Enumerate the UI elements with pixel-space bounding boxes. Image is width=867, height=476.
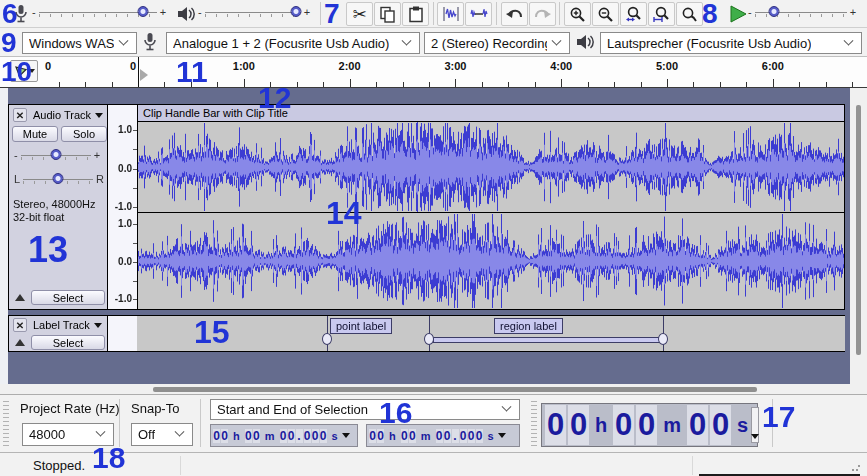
snap-to-select[interactable]: Off: [131, 423, 193, 446]
vertical-scrollbar[interactable]: [850, 88, 867, 394]
ruler-minute-label: 4:00: [550, 60, 572, 72]
timeline-ruler[interactable]: 0 1:002:003:004:005:006:000: [0, 57, 867, 88]
slider-minus-label: -: [32, 6, 36, 18]
project-rate-label: Project Rate (Hz): [20, 401, 120, 416]
toolbar-grip[interactable]: [531, 401, 537, 447]
clip-handle-bar[interactable]: Clip Handle Bar with Clip Title: [138, 105, 844, 122]
recording-volume-slider[interactable]: - +: [32, 4, 174, 20]
fit-project-button[interactable]: [648, 2, 675, 26]
paste-button[interactable]: [402, 2, 429, 26]
status-bar: Stopped.: [0, 452, 867, 476]
label-track-title-menu[interactable]: Label Track: [33, 319, 102, 331]
solo-button[interactable]: Solo: [61, 126, 107, 142]
zoom-toggle-button[interactable]: [676, 2, 703, 26]
copy-button[interactable]: [374, 2, 401, 26]
zoom-out-button[interactable]: [592, 2, 619, 26]
collapse-track-button[interactable]: [12, 290, 28, 305]
track-title: Audio Track: [33, 109, 91, 121]
trim-audio-button[interactable]: [437, 2, 464, 26]
slider-minus-label: -: [748, 6, 752, 18]
label-track-spacer: [108, 315, 137, 352]
slider-plus-label: +: [160, 6, 166, 18]
label-track-select-button[interactable]: Select: [31, 335, 105, 350]
callout-17: 17: [762, 402, 795, 432]
collapse-track-button[interactable]: [12, 335, 28, 350]
dropdown-triangle-icon: [94, 323, 102, 328]
pan-slider[interactable]: L R: [14, 171, 104, 187]
fit-selection-button[interactable]: [620, 2, 647, 26]
callout-9: 9: [1, 29, 17, 57]
playback-volume-handle[interactable]: [290, 6, 301, 17]
gain-slider[interactable]: - +: [14, 147, 104, 163]
recording-volume-handle[interactable]: [137, 6, 148, 17]
slider-plus-label: +: [850, 6, 856, 18]
track-select-button[interactable]: Select: [31, 290, 105, 305]
recording-channels-select[interactable]: 2 (Stereo) Recording Chann: [424, 32, 570, 54]
play-at-speed-button[interactable]: [724, 2, 751, 26]
undo-button[interactable]: [501, 2, 528, 26]
zoom-out-icon: [597, 6, 614, 23]
dropdown-triangle-icon: [95, 113, 103, 118]
region-end-handle[interactable]: [658, 333, 668, 345]
pan-right-label: R: [96, 173, 104, 185]
window-resize-grip[interactable]: [851, 462, 861, 472]
selection-start-field[interactable]: 00 h 00 m 00.000 s 00 h 00 m 00.000 s: [210, 424, 358, 447]
horizontal-scrollbar-thumb[interactable]: [153, 387, 757, 392]
point-label-handle[interactable]: [322, 333, 332, 345]
ruler-minute-label: 6:00: [762, 60, 784, 72]
vertical-scrollbar-thumb[interactable]: [856, 105, 861, 355]
recording-device-mic-icon: [143, 32, 157, 56]
horizontal-scrollbar[interactable]: [0, 384, 850, 394]
chevron-down-icon: [552, 35, 562, 45]
chevron-down-icon: [96, 427, 106, 437]
fit-project-icon: [653, 6, 670, 23]
label-track-title: Label Track: [33, 319, 90, 331]
recording-device-select[interactable]: Analogue 1 + 2 (Focusrite Usb Audio): [166, 32, 420, 54]
track-title-menu[interactable]: Audio Track: [33, 109, 103, 121]
selection-mode-select[interactable]: Start and End of Selection: [210, 399, 520, 420]
callout-11: 11: [176, 57, 208, 87]
region-label[interactable]: region label: [494, 318, 563, 334]
audio-host-select[interactable]: Windows WASAPI: [22, 32, 137, 54]
triangle-up-icon: [15, 294, 25, 301]
vertical-scale-ruler[interactable]: 1.0 0.0 -1.0 1.0 0.0 -1.0: [108, 104, 137, 310]
close-track-button[interactable]: ✕: [13, 108, 27, 122]
play-speed-handle[interactable]: [768, 6, 779, 17]
redo-button[interactable]: [529, 2, 556, 26]
field-dropdown-icon[interactable]: [342, 433, 350, 438]
label-track-content[interactable]: point label region label: [137, 315, 845, 352]
waveform-channel-left[interactable]: [138, 122, 844, 212]
chevron-down-icon: [502, 402, 512, 412]
playback-device-select[interactable]: Lautsprecher (Focusrite Usb Audio): [600, 32, 862, 54]
callout-8: 8: [702, 0, 718, 28]
silence-audio-button[interactable]: [465, 2, 492, 26]
point-label[interactable]: point label: [330, 318, 392, 334]
cut-button[interactable]: ✂: [346, 2, 373, 26]
slider-minus-label: -: [14, 149, 18, 161]
snap-to-label: Snap-To: [131, 401, 179, 416]
zoom-in-button[interactable]: [564, 2, 591, 26]
zoom-in-icon: [569, 6, 586, 23]
field-dropdown-icon[interactable]: [498, 433, 506, 438]
pan-handle[interactable]: [53, 173, 64, 184]
audio-track-control-panel: ✕ Audio Track Mute Solo - + L R Stereo, …: [8, 104, 108, 310]
playback-volume-slider[interactable]: - +: [198, 4, 318, 20]
close-track-button[interactable]: ✕: [13, 318, 27, 332]
toolbar-grip[interactable]: [3, 401, 9, 447]
fit-selection-icon: [625, 6, 642, 23]
callout-14: 14: [326, 197, 362, 229]
callout-6: 6: [2, 0, 18, 28]
track-workspace[interactable]: ✕ Audio Track Mute Solo - + L R Stereo, …: [0, 88, 867, 394]
play-speed-slider[interactable]: - +: [748, 4, 863, 20]
audio-clip[interactable]: Clip Handle Bar with Clip Title: [137, 104, 845, 310]
region-label-bar[interactable]: [433, 337, 661, 343]
chevron-down-icon: [402, 35, 412, 45]
audio-position-field[interactable]: 00 h 00 m 00 s 00 h 00 m 00 s: [541, 403, 758, 447]
waveform-channel-right[interactable]: [138, 213, 844, 309]
region-start-handle[interactable]: [424, 333, 434, 345]
mute-button[interactable]: Mute: [12, 126, 58, 142]
playhead-triangle-icon[interactable]: [140, 69, 148, 81]
gain-handle[interactable]: [50, 149, 61, 160]
ruler-minute-label: 0: [130, 60, 136, 72]
field-spinner[interactable]: [751, 407, 759, 443]
